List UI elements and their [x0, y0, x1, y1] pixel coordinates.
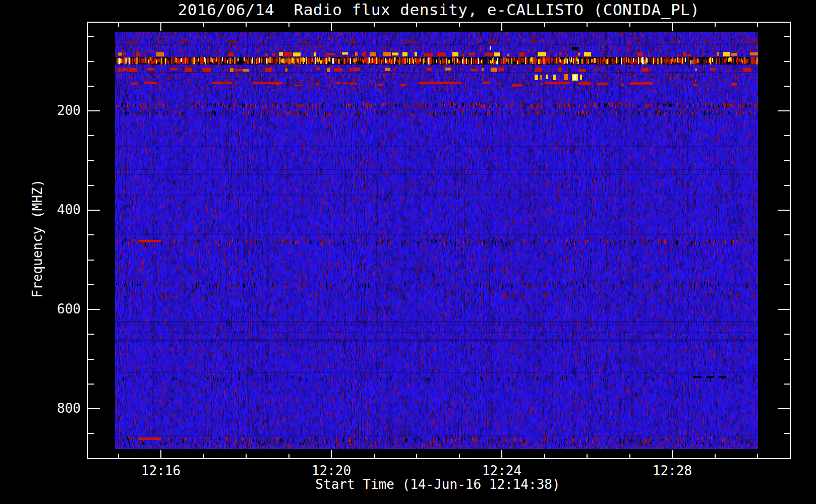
x-axis-minor-tick — [288, 454, 289, 459]
y-axis-minor-tick — [87, 359, 94, 360]
x-axis-minor-tick — [118, 454, 119, 459]
y-axis-minor-tick-right — [784, 61, 791, 62]
y-axis-major-tick-right — [778, 110, 791, 111]
y-axis-major-tick-right — [778, 210, 791, 211]
y-axis-minor-tick-right — [784, 234, 791, 235]
spectrogram-image — [115, 32, 758, 449]
y-tick-label: 800 — [43, 401, 81, 416]
x-axis-minor-tick-top — [118, 22, 119, 27]
y-axis-minor-tick-right — [784, 160, 791, 161]
y-axis-label: Frequency (MHZ) — [30, 179, 45, 298]
y-axis-minor-tick-right — [784, 36, 791, 37]
y-axis-minor-tick — [87, 234, 94, 235]
x-axis-minor-tick-top — [416, 22, 417, 27]
y-axis-minor-tick-right — [784, 135, 791, 136]
x-axis-minor-tick — [715, 454, 716, 459]
x-axis-minor-tick — [629, 454, 630, 459]
spectrogram-page: 2016/06/14 Radio flux density, e-CALLIST… — [0, 0, 816, 504]
y-axis-minor-tick-right — [784, 185, 791, 186]
y-axis-minor-tick-right — [784, 260, 791, 261]
x-tick-label: 12:20 — [312, 463, 351, 478]
y-axis-minor-tick-right — [784, 359, 791, 360]
x-axis-minor-tick-top — [629, 22, 630, 27]
y-axis-minor-tick-right — [784, 334, 791, 335]
y-axis-minor-tick — [87, 86, 94, 87]
y-axis-major-tick — [87, 309, 100, 310]
x-axis-major-tick — [501, 450, 502, 459]
x-axis-minor-tick — [374, 454, 375, 459]
x-axis-major-tick-top — [672, 22, 673, 31]
y-axis-major-tick — [87, 110, 100, 111]
x-axis-minor-tick-top — [757, 22, 758, 27]
x-axis-major-tick-top — [331, 22, 332, 31]
y-axis-minor-tick-right — [784, 86, 791, 87]
x-axis-minor-tick — [246, 454, 247, 459]
y-axis-minor-tick — [87, 260, 94, 261]
x-axis-minor-tick — [203, 454, 204, 459]
y-axis-major-tick-right — [778, 309, 791, 310]
y-axis-minor-tick — [87, 384, 94, 385]
y-axis-major-tick — [87, 210, 100, 211]
x-axis-minor-tick-top — [288, 22, 289, 27]
x-axis-minor-tick — [544, 454, 545, 459]
x-axis-minor-tick-top — [459, 22, 460, 27]
x-axis-minor-tick-top — [587, 22, 588, 27]
y-axis-minor-tick-right — [784, 284, 791, 285]
y-axis-minor-tick — [87, 135, 94, 136]
y-axis-minor-tick — [87, 334, 94, 335]
x-axis-minor-tick — [416, 454, 417, 459]
x-tick-label: 12:28 — [653, 463, 692, 478]
y-axis-minor-tick — [87, 160, 94, 161]
x-axis-major-tick — [160, 450, 161, 459]
x-axis-minor-tick-top — [374, 22, 375, 27]
x-axis-minor-tick-top — [203, 22, 204, 27]
y-tick-label: 600 — [43, 301, 81, 317]
y-tick-label: 200 — [43, 103, 81, 118]
y-axis-minor-tick — [87, 185, 94, 186]
y-axis-minor-tick — [87, 36, 94, 37]
x-axis-label: Start Time (14-Jun-16 12:14:38) — [315, 477, 560, 492]
x-axis-minor-tick — [757, 454, 758, 459]
x-axis-major-tick — [331, 450, 332, 459]
y-axis-minor-tick — [87, 284, 94, 285]
y-tick-label: 400 — [43, 202, 81, 217]
x-axis-major-tick — [672, 450, 673, 459]
x-axis-minor-tick — [587, 454, 588, 459]
x-axis-minor-tick — [459, 454, 460, 459]
x-axis-minor-tick-top — [715, 22, 716, 27]
x-axis-major-tick-top — [160, 22, 161, 31]
chart-title: 2016/06/14 Radio flux density, e-CALLIST… — [87, 1, 791, 19]
x-axis-major-tick-top — [501, 22, 502, 31]
x-axis-minor-tick-top — [246, 22, 247, 27]
x-tick-label: 12:16 — [141, 463, 181, 478]
y-axis-major-tick-right — [778, 408, 791, 409]
y-axis-minor-tick-right — [784, 433, 791, 434]
x-tick-label: 12:24 — [482, 463, 521, 478]
y-axis-minor-tick — [87, 61, 94, 62]
y-axis-minor-tick — [87, 433, 94, 434]
x-axis-minor-tick-top — [544, 22, 545, 27]
y-axis-minor-tick-right — [784, 384, 791, 385]
y-axis-major-tick — [87, 408, 100, 409]
